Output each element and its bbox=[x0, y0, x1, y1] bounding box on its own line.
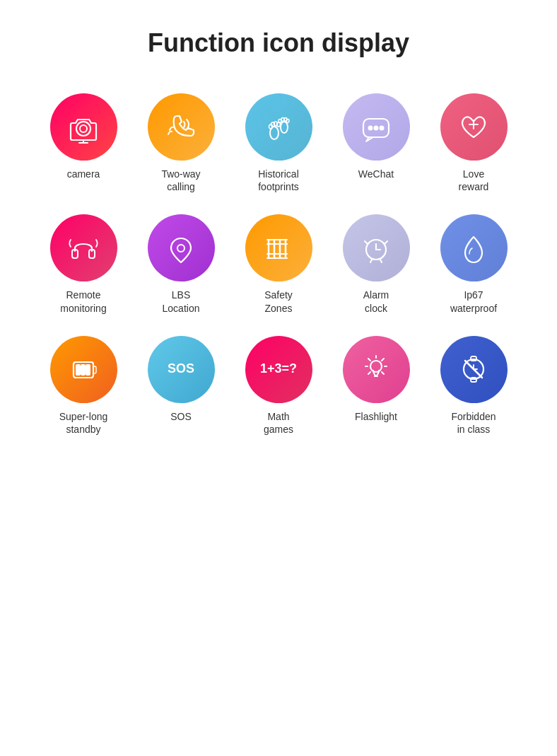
svg-point-16 bbox=[369, 126, 373, 129]
label-camera: camera bbox=[67, 168, 100, 180]
page-title: Function icon display bbox=[148, 28, 409, 58]
item-flashlight: Flashlight bbox=[331, 336, 421, 436]
item-waterproof: Ip67waterproof bbox=[428, 214, 519, 314]
svg-point-14 bbox=[286, 119, 289, 122]
item-standby: Super-longstandby bbox=[38, 336, 129, 436]
icon-lbs bbox=[148, 214, 215, 281]
math-text: 1+3=? bbox=[260, 361, 297, 377]
label-waterproof: Ip67waterproof bbox=[450, 289, 497, 314]
icon-standby bbox=[50, 336, 117, 403]
label-love: Lovereward bbox=[459, 168, 489, 193]
svg-point-1 bbox=[80, 125, 87, 132]
label-math: Mathgames bbox=[264, 410, 293, 436]
label-wechat: WeChat bbox=[358, 168, 394, 180]
label-standby: Super-longstandby bbox=[59, 410, 108, 436]
icon-love bbox=[440, 93, 508, 161]
label-forbidden: Forbiddenin class bbox=[451, 410, 496, 436]
svg-line-45 bbox=[382, 359, 384, 361]
svg-point-0 bbox=[76, 122, 90, 136]
svg-line-48 bbox=[368, 372, 370, 374]
icon-forbidden bbox=[440, 336, 508, 403]
label-alarm: Alarmclock bbox=[363, 289, 389, 314]
item-calling: Two-waycalling bbox=[136, 93, 226, 193]
svg-point-10 bbox=[281, 122, 288, 133]
label-footprints: Historicalfootprints bbox=[258, 168, 299, 193]
icon-sos: SOS bbox=[148, 336, 215, 403]
svg-point-40 bbox=[370, 361, 382, 372]
item-wechat: WeChat bbox=[331, 93, 421, 193]
item-sos: SOS SOS bbox=[136, 336, 226, 436]
icon-alarm bbox=[343, 214, 410, 281]
label-zones: SafetyZones bbox=[264, 289, 293, 314]
svg-rect-37 bbox=[76, 365, 80, 375]
label-calling: Two-waycalling bbox=[161, 168, 200, 193]
label-sos: SOS bbox=[170, 410, 192, 423]
icon-monitoring bbox=[50, 214, 117, 281]
label-flashlight: Flashlight bbox=[355, 410, 397, 423]
svg-point-23 bbox=[177, 245, 184, 252]
item-math: 1+3=? Mathgames bbox=[233, 336, 324, 436]
svg-line-47 bbox=[382, 372, 384, 374]
icon-calling bbox=[148, 93, 215, 161]
label-monitoring: Remotemonitoring bbox=[60, 289, 106, 314]
icon-flashlight bbox=[343, 336, 410, 403]
icon-wechat bbox=[343, 93, 410, 161]
icon-waterproof bbox=[440, 214, 508, 281]
label-lbs: LBSLocation bbox=[163, 289, 200, 314]
icon-math: 1+3=? bbox=[245, 336, 312, 403]
svg-rect-36 bbox=[93, 366, 96, 373]
svg-point-18 bbox=[380, 126, 384, 129]
icon-grid: camera Two-waycalling bbox=[38, 93, 519, 436]
item-forbidden: Forbiddenin class bbox=[428, 336, 519, 436]
item-lbs: LBSLocation bbox=[136, 214, 226, 314]
item-alarm: Alarmclock bbox=[331, 214, 421, 314]
item-camera: camera bbox=[38, 93, 129, 193]
svg-point-17 bbox=[375, 126, 378, 129]
icon-camera bbox=[50, 93, 117, 161]
svg-rect-39 bbox=[86, 365, 90, 375]
icon-zones bbox=[245, 214, 312, 281]
item-love: Lovereward bbox=[428, 93, 519, 193]
item-footprints: Historicalfootprints bbox=[233, 93, 324, 193]
icon-footprints bbox=[245, 93, 312, 161]
item-zones: SafetyZones bbox=[233, 214, 324, 314]
svg-rect-38 bbox=[81, 365, 85, 375]
svg-line-46 bbox=[368, 359, 370, 361]
sos-text: SOS bbox=[168, 361, 194, 377]
item-monitoring: Remotemonitoring bbox=[38, 214, 129, 314]
